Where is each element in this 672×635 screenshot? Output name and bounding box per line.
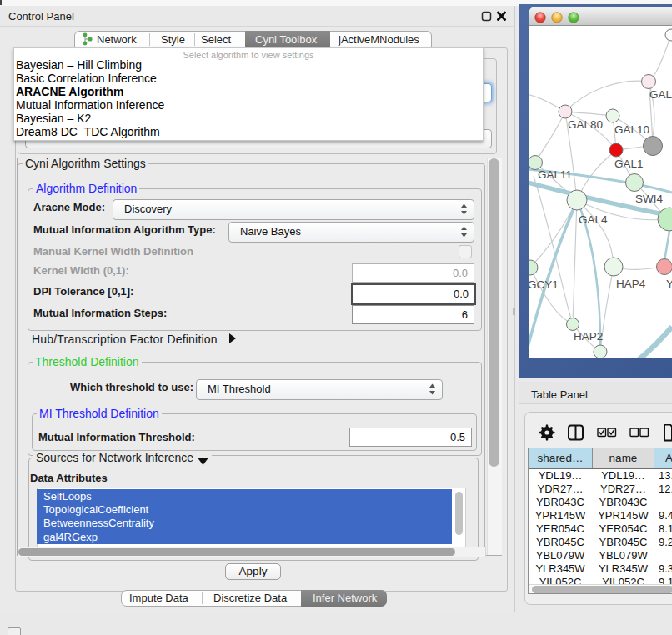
svg-text:GAL11: GAL11 [538,168,572,181]
svg-text:GAL7: GAL7 [649,88,672,101]
svg-text:GAL1: GAL1 [614,158,644,170]
svg-text:GAL4: GAL4 [579,213,608,226]
svg-text:HAP2: HAP2 [574,330,603,342]
svg-text:GAL10: GAL10 [614,123,649,136]
svg-text:SWI4: SWI4 [635,192,663,205]
svg-text:Y: Y [666,278,672,290]
svg-text:HAP4: HAP4 [616,278,646,290]
svg-text:GCY1: GCY1 [529,278,559,291]
svg-text:GAL80: GAL80 [568,118,603,131]
